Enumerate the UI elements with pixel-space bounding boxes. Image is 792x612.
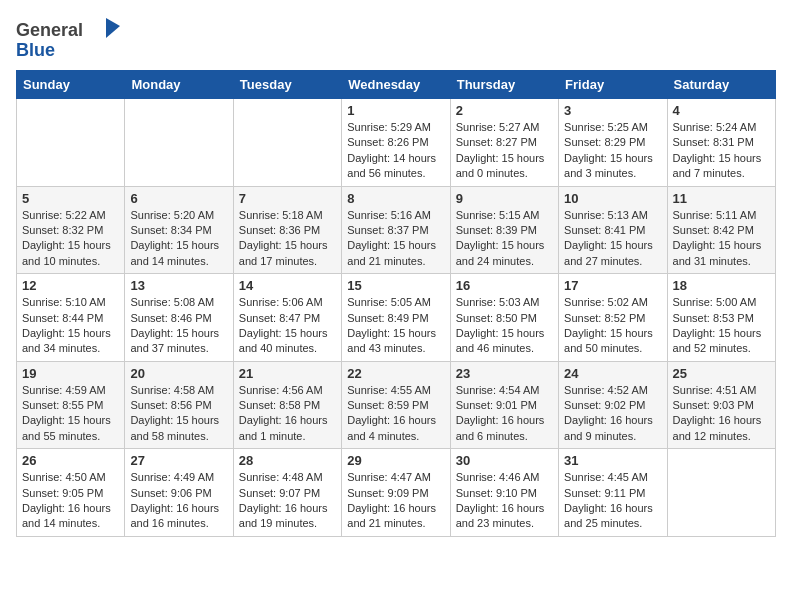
day-info: Sunrise: 5:00 AM Sunset: 8:53 PM Dayligh… — [673, 295, 770, 357]
day-info: Sunrise: 4:51 AM Sunset: 9:03 PM Dayligh… — [673, 383, 770, 445]
day-number: 27 — [130, 453, 227, 468]
weekday-header-saturday: Saturday — [667, 71, 775, 99]
calendar-cell: 25Sunrise: 4:51 AM Sunset: 9:03 PM Dayli… — [667, 361, 775, 449]
calendar-cell: 2Sunrise: 5:27 AM Sunset: 8:27 PM Daylig… — [450, 99, 558, 187]
day-number: 7 — [239, 191, 336, 206]
calendar-week-3: 12Sunrise: 5:10 AM Sunset: 8:44 PM Dayli… — [17, 274, 776, 362]
day-info: Sunrise: 4:56 AM Sunset: 8:58 PM Dayligh… — [239, 383, 336, 445]
day-info: Sunrise: 5:11 AM Sunset: 8:42 PM Dayligh… — [673, 208, 770, 270]
calendar-cell: 11Sunrise: 5:11 AM Sunset: 8:42 PM Dayli… — [667, 186, 775, 274]
calendar-cell: 17Sunrise: 5:02 AM Sunset: 8:52 PM Dayli… — [559, 274, 667, 362]
day-number: 25 — [673, 366, 770, 381]
day-info: Sunrise: 5:27 AM Sunset: 8:27 PM Dayligh… — [456, 120, 553, 182]
calendar-cell: 3Sunrise: 5:25 AM Sunset: 8:29 PM Daylig… — [559, 99, 667, 187]
calendar-cell — [17, 99, 125, 187]
calendar-cell — [667, 449, 775, 537]
calendar-week-5: 26Sunrise: 4:50 AM Sunset: 9:05 PM Dayli… — [17, 449, 776, 537]
calendar-cell: 9Sunrise: 5:15 AM Sunset: 8:39 PM Daylig… — [450, 186, 558, 274]
day-info: Sunrise: 5:20 AM Sunset: 8:34 PM Dayligh… — [130, 208, 227, 270]
day-number: 22 — [347, 366, 444, 381]
day-info: Sunrise: 4:45 AM Sunset: 9:11 PM Dayligh… — [564, 470, 661, 532]
day-number: 1 — [347, 103, 444, 118]
day-number: 12 — [22, 278, 119, 293]
calendar-cell: 6Sunrise: 5:20 AM Sunset: 8:34 PM Daylig… — [125, 186, 233, 274]
day-info: Sunrise: 4:47 AM Sunset: 9:09 PM Dayligh… — [347, 470, 444, 532]
calendar-cell: 12Sunrise: 5:10 AM Sunset: 8:44 PM Dayli… — [17, 274, 125, 362]
day-info: Sunrise: 4:55 AM Sunset: 8:59 PM Dayligh… — [347, 383, 444, 445]
day-info: Sunrise: 4:48 AM Sunset: 9:07 PM Dayligh… — [239, 470, 336, 532]
weekday-header-sunday: Sunday — [17, 71, 125, 99]
calendar-cell: 27Sunrise: 4:49 AM Sunset: 9:06 PM Dayli… — [125, 449, 233, 537]
day-info: Sunrise: 5:05 AM Sunset: 8:49 PM Dayligh… — [347, 295, 444, 357]
calendar-cell: 29Sunrise: 4:47 AM Sunset: 9:09 PM Dayli… — [342, 449, 450, 537]
calendar-cell: 1Sunrise: 5:29 AM Sunset: 8:26 PM Daylig… — [342, 99, 450, 187]
day-info: Sunrise: 5:24 AM Sunset: 8:31 PM Dayligh… — [673, 120, 770, 182]
calendar-cell: 5Sunrise: 5:22 AM Sunset: 8:32 PM Daylig… — [17, 186, 125, 274]
calendar-cell: 7Sunrise: 5:18 AM Sunset: 8:36 PM Daylig… — [233, 186, 341, 274]
day-number: 9 — [456, 191, 553, 206]
calendar-cell: 19Sunrise: 4:59 AM Sunset: 8:55 PM Dayli… — [17, 361, 125, 449]
day-number: 18 — [673, 278, 770, 293]
calendar-cell: 30Sunrise: 4:46 AM Sunset: 9:10 PM Dayli… — [450, 449, 558, 537]
calendar-cell: 13Sunrise: 5:08 AM Sunset: 8:46 PM Dayli… — [125, 274, 233, 362]
weekday-header-friday: Friday — [559, 71, 667, 99]
calendar-cell — [233, 99, 341, 187]
calendar-cell: 4Sunrise: 5:24 AM Sunset: 8:31 PM Daylig… — [667, 99, 775, 187]
calendar-cell: 23Sunrise: 4:54 AM Sunset: 9:01 PM Dayli… — [450, 361, 558, 449]
day-number: 29 — [347, 453, 444, 468]
day-info: Sunrise: 4:50 AM Sunset: 9:05 PM Dayligh… — [22, 470, 119, 532]
day-number: 14 — [239, 278, 336, 293]
calendar-cell: 15Sunrise: 5:05 AM Sunset: 8:49 PM Dayli… — [342, 274, 450, 362]
day-info: Sunrise: 5:22 AM Sunset: 8:32 PM Dayligh… — [22, 208, 119, 270]
day-number: 11 — [673, 191, 770, 206]
day-number: 16 — [456, 278, 553, 293]
weekday-header-monday: Monday — [125, 71, 233, 99]
day-number: 30 — [456, 453, 553, 468]
day-info: Sunrise: 4:59 AM Sunset: 8:55 PM Dayligh… — [22, 383, 119, 445]
day-info: Sunrise: 5:13 AM Sunset: 8:41 PM Dayligh… — [564, 208, 661, 270]
day-number: 3 — [564, 103, 661, 118]
logo-svg: GeneralBlue — [16, 16, 136, 60]
svg-marker-2 — [106, 18, 120, 38]
day-number: 15 — [347, 278, 444, 293]
weekday-header-thursday: Thursday — [450, 71, 558, 99]
day-info: Sunrise: 5:02 AM Sunset: 8:52 PM Dayligh… — [564, 295, 661, 357]
day-info: Sunrise: 5:25 AM Sunset: 8:29 PM Dayligh… — [564, 120, 661, 182]
day-info: Sunrise: 4:46 AM Sunset: 9:10 PM Dayligh… — [456, 470, 553, 532]
calendar-cell: 14Sunrise: 5:06 AM Sunset: 8:47 PM Dayli… — [233, 274, 341, 362]
day-number: 24 — [564, 366, 661, 381]
day-info: Sunrise: 5:18 AM Sunset: 8:36 PM Dayligh… — [239, 208, 336, 270]
day-number: 21 — [239, 366, 336, 381]
day-info: Sunrise: 5:06 AM Sunset: 8:47 PM Dayligh… — [239, 295, 336, 357]
calendar-cell: 28Sunrise: 4:48 AM Sunset: 9:07 PM Dayli… — [233, 449, 341, 537]
calendar-cell: 26Sunrise: 4:50 AM Sunset: 9:05 PM Dayli… — [17, 449, 125, 537]
weekday-header-row: SundayMondayTuesdayWednesdayThursdayFrid… — [17, 71, 776, 99]
day-number: 26 — [22, 453, 119, 468]
day-number: 19 — [22, 366, 119, 381]
day-number: 28 — [239, 453, 336, 468]
day-number: 23 — [456, 366, 553, 381]
svg-text:General: General — [16, 20, 83, 40]
calendar-cell: 22Sunrise: 4:55 AM Sunset: 8:59 PM Dayli… — [342, 361, 450, 449]
day-info: Sunrise: 5:08 AM Sunset: 8:46 PM Dayligh… — [130, 295, 227, 357]
calendar-cell: 10Sunrise: 5:13 AM Sunset: 8:41 PM Dayli… — [559, 186, 667, 274]
day-info: Sunrise: 5:03 AM Sunset: 8:50 PM Dayligh… — [456, 295, 553, 357]
day-number: 17 — [564, 278, 661, 293]
day-number: 13 — [130, 278, 227, 293]
calendar-week-1: 1Sunrise: 5:29 AM Sunset: 8:26 PM Daylig… — [17, 99, 776, 187]
day-number: 10 — [564, 191, 661, 206]
calendar-cell: 20Sunrise: 4:58 AM Sunset: 8:56 PM Dayli… — [125, 361, 233, 449]
day-info: Sunrise: 4:58 AM Sunset: 8:56 PM Dayligh… — [130, 383, 227, 445]
day-number: 5 — [22, 191, 119, 206]
day-info: Sunrise: 5:15 AM Sunset: 8:39 PM Dayligh… — [456, 208, 553, 270]
page-header: GeneralBlue — [16, 16, 776, 60]
day-number: 20 — [130, 366, 227, 381]
calendar-week-2: 5Sunrise: 5:22 AM Sunset: 8:32 PM Daylig… — [17, 186, 776, 274]
day-number: 4 — [673, 103, 770, 118]
weekday-header-wednesday: Wednesday — [342, 71, 450, 99]
calendar-week-4: 19Sunrise: 4:59 AM Sunset: 8:55 PM Dayli… — [17, 361, 776, 449]
svg-text:Blue: Blue — [16, 40, 55, 60]
calendar-cell: 16Sunrise: 5:03 AM Sunset: 8:50 PM Dayli… — [450, 274, 558, 362]
logo: GeneralBlue — [16, 16, 136, 60]
calendar-cell: 24Sunrise: 4:52 AM Sunset: 9:02 PM Dayli… — [559, 361, 667, 449]
